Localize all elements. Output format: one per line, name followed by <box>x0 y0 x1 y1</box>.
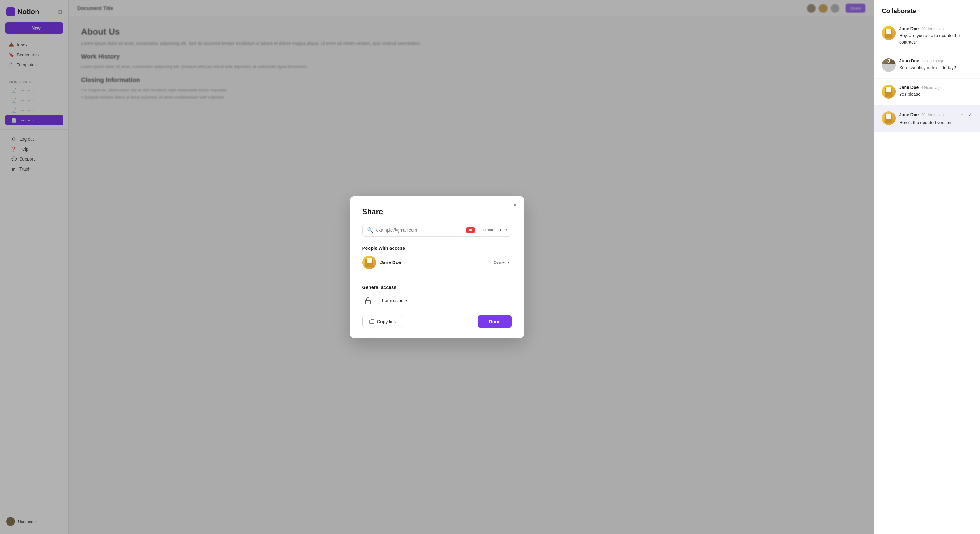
comment-time-1: 20 Hours ago <box>921 27 943 31</box>
comment-top-3: Jane Doe 4 Hours ago Yes please <box>882 85 972 99</box>
comment-top-2: J John Doe 12 Hours ago Sure, would you … <box>882 58 972 72</box>
permission-chevron-icon: ▾ <box>405 298 407 303</box>
role-chevron-icon: ▾ <box>508 260 509 265</box>
general-access-title: General access <box>362 284 512 290</box>
comment-avatar-3 <box>882 85 896 99</box>
person-avatar <box>362 256 376 269</box>
comment-author-1: Jane Doe <box>899 26 919 31</box>
share-modal: × Share 🔍 Email + Enter People with acce… <box>350 196 525 338</box>
lock-icon <box>362 295 374 306</box>
comment-top-1: Jane Doe 20 Hours ago Hey, are you able … <box>882 26 972 46</box>
comment-meta-4: Jane Doe 20 Hours ago ··· ✓ <box>899 111 972 118</box>
comment-avatar-1 <box>882 26 896 40</box>
comment-actions-4: ··· ✓ <box>960 111 972 118</box>
role-dropdown[interactable]: Owner ▾ <box>491 259 512 266</box>
comment-meta-3: Jane Doe 4 Hours ago <box>899 85 972 90</box>
comment-item-2: J John Doe 12 Hours ago Sure, would you … <box>874 52 980 79</box>
collaborate-panel: Collaborate Jane Doe 20 Hours ago Hey, a… <box>874 0 980 534</box>
person-name: Jane Doe <box>380 260 487 265</box>
modal-footer: Copy link Done <box>362 315 512 328</box>
jane-avatar-1 <box>882 26 896 40</box>
collaborate-header: Collaborate <box>874 0 980 20</box>
svg-point-1 <box>367 302 368 302</box>
comment-check-icon: ✓ <box>968 111 972 118</box>
comment-body-1: Jane Doe 20 Hours ago Hey, are you able … <box>899 26 972 46</box>
permission-label: Permission <box>382 298 404 303</box>
comment-text-1: Hey, are you able to update the contract… <box>899 32 972 46</box>
comment-time-4: 20 Hours ago <box>921 113 943 117</box>
comment-avatar-4 <box>882 111 896 125</box>
permission-dropdown[interactable]: Permission ▾ <box>378 296 411 305</box>
modal-title: Share <box>362 207 512 216</box>
comment-author-3: Jane Doe <box>899 85 919 90</box>
modal-overlay[interactable]: × Share 🔍 Email + Enter People with acce… <box>0 0 874 534</box>
comment-text-3: Yes please <box>899 91 972 98</box>
copy-link-label: Copy link <box>377 319 396 324</box>
comment-author-4: Jane Doe <box>899 112 919 117</box>
comment-item-3: Jane Doe 4 Hours ago Yes please <box>874 79 980 105</box>
done-button[interactable]: Done <box>478 315 512 328</box>
comment-item-1: Jane Doe 20 Hours ago Hey, are you able … <box>874 20 980 52</box>
person-row: Jane Doe Owner ▾ <box>362 256 512 269</box>
copy-link-icon <box>369 319 374 324</box>
email-input[interactable] <box>376 227 463 232</box>
email-search-row: 🔍 Email + Enter <box>362 224 512 237</box>
comment-avatar-2: J <box>882 58 896 72</box>
search-icon: 🔍 <box>367 227 373 233</box>
comment-text-2: Sure, would you like it today? <box>899 65 972 71</box>
jane-avatar-visual <box>362 256 376 269</box>
comment-top-4: Jane Doe 20 Hours ago ··· ✓ Here's the u… <box>882 111 972 126</box>
comment-author-2: John Doe <box>899 58 919 63</box>
email-enter-label: Email + Enter <box>478 227 507 232</box>
comment-body-3: Jane Doe 4 Hours ago Yes please <box>899 85 972 98</box>
comment-meta-1: Jane Doe 20 Hours ago <box>899 26 972 31</box>
modal-section-divider <box>362 277 512 277</box>
modal-close-button[interactable]: × <box>511 201 519 210</box>
svg-rect-2 <box>370 320 373 324</box>
people-section-title: People with access <box>362 245 512 251</box>
comment-body-2: John Doe 12 Hours ago Sure, would you li… <box>899 58 972 71</box>
comment-time-3: 4 Hours ago <box>921 86 941 90</box>
john-avatar-2: J <box>882 58 896 64</box>
jane-avatar-3 <box>882 85 896 99</box>
comment-body-4: Jane Doe 20 Hours ago ··· ✓ Here's the u… <box>899 111 972 126</box>
copy-link-button[interactable]: Copy link <box>362 315 404 328</box>
role-label: Owner <box>493 260 506 265</box>
comment-item-4: Jane Doe 20 Hours ago ··· ✓ Here's the u… <box>874 105 980 132</box>
comment-time-2: 12 Hours ago <box>922 59 944 63</box>
tag-dot <box>469 229 472 231</box>
jane-avatar-4 <box>882 111 896 125</box>
email-tag-icon <box>466 227 475 233</box>
comment-more-button[interactable]: ··· <box>960 111 965 118</box>
comment-text-4: Here's the updated version <box>899 119 972 126</box>
general-access-section: General access Permission ▾ <box>362 284 512 306</box>
comment-meta-2: John Doe 12 Hours ago <box>899 58 972 63</box>
permission-row: Permission ▾ <box>362 295 512 306</box>
